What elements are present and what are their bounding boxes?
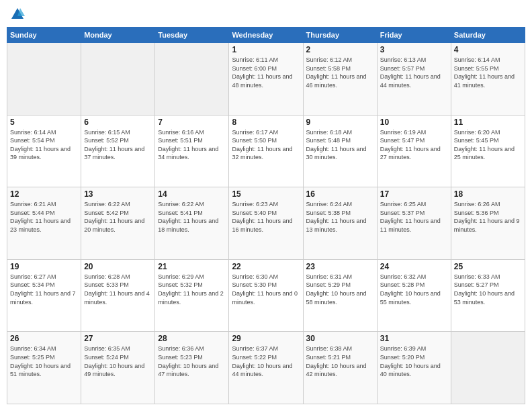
day-cell xyxy=(7,43,81,116)
day-cell xyxy=(451,332,525,404)
day-info: Sunrise: 6:36 AMSunset: 5:23 PMDaylight:… xyxy=(158,345,226,378)
week-row-1: 5Sunrise: 6:14 AMSunset: 5:54 PMDaylight… xyxy=(7,115,525,187)
day-number: 24 xyxy=(380,262,448,271)
day-info: Sunrise: 6:28 AMSunset: 5:33 PMDaylight:… xyxy=(84,273,152,306)
day-info: Sunrise: 6:20 AMSunset: 5:45 PMDaylight:… xyxy=(454,128,522,162)
day-cell: 7Sunrise: 6:16 AMSunset: 5:51 PMDaylight… xyxy=(155,115,229,187)
day-number: 17 xyxy=(380,189,448,199)
logo-icon xyxy=(10,7,25,21)
calendar-table: SundayMondayTuesdayWednesdayThursdayFrid… xyxy=(7,27,525,404)
day-info: Sunrise: 6:25 AMSunset: 5:37 PMDaylight:… xyxy=(380,200,448,234)
header xyxy=(7,7,525,21)
day-cell: 5Sunrise: 6:14 AMSunset: 5:54 PMDaylight… xyxy=(7,115,81,187)
day-cell: 24Sunrise: 6:32 AMSunset: 5:28 PMDayligh… xyxy=(377,259,451,332)
week-row-3: 19Sunrise: 6:27 AMSunset: 5:34 PMDayligh… xyxy=(7,259,525,332)
day-cell: 31Sunrise: 6:39 AMSunset: 5:20 PMDayligh… xyxy=(377,332,451,404)
day-number: 11 xyxy=(454,118,522,127)
day-cell: 25Sunrise: 6:33 AMSunset: 5:27 PMDayligh… xyxy=(451,259,525,332)
day-cell: 21Sunrise: 6:29 AMSunset: 5:32 PMDayligh… xyxy=(155,259,229,332)
day-info: Sunrise: 6:34 AMSunset: 5:25 PMDaylight:… xyxy=(10,345,78,378)
logo xyxy=(9,7,26,21)
day-number: 5 xyxy=(10,118,78,127)
day-info: Sunrise: 6:35 AMSunset: 5:24 PMDaylight:… xyxy=(84,345,152,378)
day-number: 27 xyxy=(84,334,152,343)
col-header-thursday: Thursday xyxy=(303,28,377,43)
day-number: 25 xyxy=(454,262,522,271)
calendar-header-row: SundayMondayTuesdayWednesdayThursdayFrid… xyxy=(7,28,525,43)
day-cell: 13Sunrise: 6:22 AMSunset: 5:42 PMDayligh… xyxy=(81,187,155,260)
day-info: Sunrise: 6:22 AMSunset: 5:42 PMDaylight:… xyxy=(84,200,152,234)
day-cell: 2Sunrise: 6:12 AMSunset: 5:58 PMDaylight… xyxy=(303,43,377,116)
day-cell: 10Sunrise: 6:19 AMSunset: 5:47 PMDayligh… xyxy=(377,115,451,187)
day-info: Sunrise: 6:31 AMSunset: 5:29 PMDaylight:… xyxy=(306,273,374,306)
day-number: 28 xyxy=(158,334,226,343)
day-info: Sunrise: 6:19 AMSunset: 5:47 PMDaylight:… xyxy=(380,128,448,162)
day-info: Sunrise: 6:11 AMSunset: 6:00 PMDaylight:… xyxy=(232,56,300,89)
week-row-2: 12Sunrise: 6:21 AMSunset: 5:44 PMDayligh… xyxy=(7,187,525,260)
col-header-wednesday: Wednesday xyxy=(229,28,303,43)
day-info: Sunrise: 6:17 AMSunset: 5:50 PMDaylight:… xyxy=(232,128,300,162)
day-cell: 3Sunrise: 6:13 AMSunset: 5:57 PMDaylight… xyxy=(377,43,451,116)
day-info: Sunrise: 6:13 AMSunset: 5:57 PMDaylight:… xyxy=(380,56,448,89)
day-cell: 8Sunrise: 6:17 AMSunset: 5:50 PMDaylight… xyxy=(229,115,303,187)
day-cell: 6Sunrise: 6:15 AMSunset: 5:52 PMDaylight… xyxy=(81,115,155,187)
day-info: Sunrise: 6:24 AMSunset: 5:38 PMDaylight:… xyxy=(306,200,374,234)
day-cell: 18Sunrise: 6:26 AMSunset: 5:36 PMDayligh… xyxy=(451,187,525,260)
day-number: 31 xyxy=(380,334,448,343)
day-cell xyxy=(81,43,155,116)
day-number: 9 xyxy=(306,118,374,127)
day-number: 12 xyxy=(10,189,78,199)
day-cell: 11Sunrise: 6:20 AMSunset: 5:45 PMDayligh… xyxy=(451,115,525,187)
day-cell: 14Sunrise: 6:22 AMSunset: 5:41 PMDayligh… xyxy=(155,187,229,260)
day-info: Sunrise: 6:32 AMSunset: 5:28 PMDaylight:… xyxy=(380,273,448,306)
day-cell: 16Sunrise: 6:24 AMSunset: 5:38 PMDayligh… xyxy=(303,187,377,260)
day-cell: 1Sunrise: 6:11 AMSunset: 6:00 PMDaylight… xyxy=(229,43,303,116)
day-number: 21 xyxy=(158,262,226,271)
day-info: Sunrise: 6:33 AMSunset: 5:27 PMDaylight:… xyxy=(454,273,522,306)
day-number: 22 xyxy=(232,262,300,271)
day-number: 19 xyxy=(10,262,78,271)
col-header-tuesday: Tuesday xyxy=(155,28,229,43)
day-cell: 19Sunrise: 6:27 AMSunset: 5:34 PMDayligh… xyxy=(7,259,81,332)
col-header-sunday: Sunday xyxy=(7,28,81,43)
col-header-friday: Friday xyxy=(377,28,451,43)
day-number: 7 xyxy=(158,118,226,127)
day-number: 15 xyxy=(232,189,300,199)
day-info: Sunrise: 6:39 AMSunset: 5:20 PMDaylight:… xyxy=(380,345,448,378)
col-header-monday: Monday xyxy=(81,28,155,43)
day-info: Sunrise: 6:15 AMSunset: 5:52 PMDaylight:… xyxy=(84,128,152,162)
day-number: 29 xyxy=(232,334,300,343)
day-number: 1 xyxy=(232,45,300,54)
day-info: Sunrise: 6:27 AMSunset: 5:34 PMDaylight:… xyxy=(10,273,78,306)
day-info: Sunrise: 6:38 AMSunset: 5:21 PMDaylight:… xyxy=(306,345,374,378)
day-number: 30 xyxy=(306,334,374,343)
day-number: 18 xyxy=(454,189,522,199)
day-info: Sunrise: 6:23 AMSunset: 5:40 PMDaylight:… xyxy=(232,200,300,234)
day-number: 26 xyxy=(10,334,78,343)
day-info: Sunrise: 6:37 AMSunset: 5:22 PMDaylight:… xyxy=(232,345,300,378)
day-number: 20 xyxy=(84,262,152,271)
day-cell: 15Sunrise: 6:23 AMSunset: 5:40 PMDayligh… xyxy=(229,187,303,260)
day-info: Sunrise: 6:18 AMSunset: 5:48 PMDaylight:… xyxy=(306,128,374,162)
day-number: 14 xyxy=(158,189,226,199)
week-row-0: 1Sunrise: 6:11 AMSunset: 6:00 PMDaylight… xyxy=(7,43,525,116)
day-cell: 20Sunrise: 6:28 AMSunset: 5:33 PMDayligh… xyxy=(81,259,155,332)
day-number: 23 xyxy=(306,262,374,271)
day-number: 10 xyxy=(380,118,448,127)
day-info: Sunrise: 6:16 AMSunset: 5:51 PMDaylight:… xyxy=(158,128,226,162)
day-number: 2 xyxy=(306,45,374,54)
day-info: Sunrise: 6:26 AMSunset: 5:36 PMDaylight:… xyxy=(454,200,522,234)
day-info: Sunrise: 6:22 AMSunset: 5:41 PMDaylight:… xyxy=(158,200,226,234)
day-cell: 17Sunrise: 6:25 AMSunset: 5:37 PMDayligh… xyxy=(377,187,451,260)
day-cell: 12Sunrise: 6:21 AMSunset: 5:44 PMDayligh… xyxy=(7,187,81,260)
day-info: Sunrise: 6:14 AMSunset: 5:55 PMDaylight:… xyxy=(454,56,522,89)
day-number: 13 xyxy=(84,189,152,199)
col-header-saturday: Saturday xyxy=(451,28,525,43)
day-number: 16 xyxy=(306,189,374,199)
day-info: Sunrise: 6:14 AMSunset: 5:54 PMDaylight:… xyxy=(10,128,78,162)
day-number: 6 xyxy=(84,118,152,127)
day-cell: 27Sunrise: 6:35 AMSunset: 5:24 PMDayligh… xyxy=(81,332,155,404)
day-info: Sunrise: 6:29 AMSunset: 5:32 PMDaylight:… xyxy=(158,273,226,306)
day-number: 8 xyxy=(232,118,300,127)
day-cell: 23Sunrise: 6:31 AMSunset: 5:29 PMDayligh… xyxy=(303,259,377,332)
